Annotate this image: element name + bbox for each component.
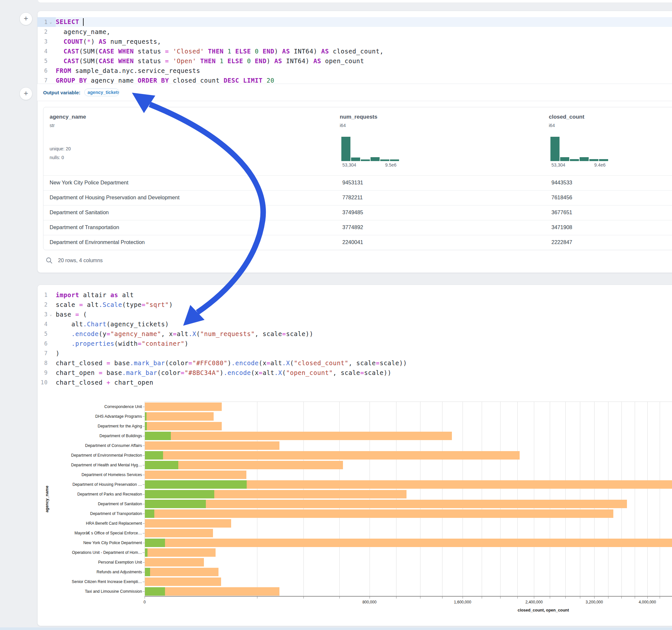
table-row[interactable]: Department of Housing Preservation and D…: [44, 190, 672, 205]
code-line[interactable]: 1⌄SELECT: [37, 17, 672, 27]
bar-closed: [145, 500, 627, 508]
code-line[interactable]: 5 CAST(SUM(CASE WHEN status = 'Open' THE…: [37, 56, 672, 66]
code-line[interactable]: 5 .encode(y="agency_name", x=alt.X("num_…: [37, 329, 672, 339]
x-axis-tick: [462, 597, 463, 599]
add-cell-button-output[interactable]: +: [20, 87, 32, 100]
y-axis-label: Senior Citizen Rent Increase Exempti…: [45, 577, 142, 587]
gridline: [369, 402, 370, 596]
gridline: [500, 402, 501, 596]
code-line[interactable]: 4 CAST(SUM(CASE WHEN status = 'Closed' T…: [37, 46, 672, 56]
y-axis-label: Department of Environmental Protection: [45, 451, 142, 460]
previous-cell-edge: [38, 0, 672, 3]
gridline: [594, 402, 595, 596]
search-icon[interactable]: [46, 257, 53, 264]
x-axis-tick: [647, 597, 648, 599]
code-line[interactable]: 4 alt.Chart(agency_tickets): [37, 319, 672, 329]
x-tick-label: 4,000,000: [628, 600, 667, 604]
output-variable-row: Output variable: agency_tickets: [37, 83, 672, 101]
x-tick-label: 1,600,000: [443, 600, 482, 604]
table-cell: Department of Sanitation: [50, 209, 109, 216]
code-line[interactable]: 2 agency_name,: [37, 27, 672, 37]
y-axis-label: Personal Exemption Unit: [45, 557, 142, 567]
y-axis-label: Department of Housing Preservation …: [45, 480, 142, 489]
column-histogram: [550, 137, 608, 161]
output-variable-pill[interactable]: agency_tickets: [84, 89, 119, 96]
code-line[interactable]: 9chart_open = base.mark_bar(color="#8BC3…: [37, 368, 672, 378]
histogram-bar: [390, 160, 399, 161]
bar-closed: [145, 451, 520, 460]
code-line[interactable]: 8chart_closed = base.mark_bar(color="#FF…: [37, 358, 672, 368]
line-gutter: 2: [37, 300, 56, 310]
bar-closed: [145, 548, 216, 557]
table-cell: New York City Police Department: [50, 179, 128, 186]
column-header[interactable]: agency_name: [50, 114, 86, 120]
table-row[interactable]: Department of Transportation377489234719…: [44, 220, 672, 235]
table-cell: 2222847: [551, 239, 572, 245]
table-cell: 9453131: [342, 179, 363, 186]
code-text: FROM sample_data.nyc.service_requests: [56, 67, 200, 74]
histogram-max-label: 9.4e6: [594, 162, 605, 168]
histogram-bar: [380, 160, 389, 161]
code-line[interactable]: 1import altair as alt: [37, 290, 672, 300]
bar-closed: [145, 519, 231, 528]
table-row[interactable]: New York City Police Department945313194…: [44, 175, 672, 191]
line-gutter: 4: [37, 46, 56, 56]
code-line[interactable]: 7): [37, 348, 672, 358]
line-gutter: 3: [37, 37, 56, 46]
table-row[interactable]: Department of Environmental Protection22…: [44, 235, 672, 250]
python-code-editor[interactable]: 1import altair as alt2scale = alt.Scale(…: [37, 285, 672, 387]
table-footer: 20 rows, 4 columns: [43, 257, 103, 264]
code-line[interactable]: 10chart_closed + chart_open: [37, 378, 672, 387]
y-axis-tick: [143, 553, 145, 553]
column-type: str: [50, 123, 55, 128]
gridline: [518, 402, 518, 596]
code-text: COUNT(*) AS num_requests,: [56, 38, 161, 45]
line-gutter: 9: [37, 368, 56, 378]
add-cell-button-top[interactable]: +: [20, 12, 32, 25]
x-axis-tick: [304, 597, 304, 599]
table-row-count: 20 rows, 4 columns: [58, 258, 103, 264]
fold-chevron-icon[interactable]: ⌄: [48, 20, 54, 24]
bar-closed: [145, 578, 221, 586]
code-line[interactable]: 6 .properties(width="container"): [37, 339, 672, 348]
code-line[interactable]: 6FROM sample_data.nyc.service_requests: [37, 66, 672, 75]
y-axis-tick: [143, 484, 145, 485]
gridline: [660, 402, 660, 596]
column-stat: nulls: 0: [50, 155, 64, 160]
table-cell: 3471908: [551, 224, 572, 231]
gridline: [482, 402, 482, 596]
y-axis-tick: [143, 504, 145, 504]
table-cell: Department of Environmental Protection: [50, 239, 145, 245]
sql-code-editor[interactable]: 1⌄SELECT 2 agency_name,3 COUNT(*) AS num…: [37, 11, 672, 83]
table-row[interactable]: Department of Sanitation37494853677651: [44, 205, 672, 220]
code-line[interactable]: 3 COUNT(*) AS num_requests,: [37, 37, 672, 46]
histogram-bar: [351, 158, 360, 161]
bar-open: [145, 412, 146, 421]
x-tick-label: 800,000: [350, 600, 389, 604]
line-number: 2: [37, 301, 48, 308]
x-axis-line: [145, 596, 672, 597]
fold-chevron-icon[interactable]: ⌄: [48, 312, 54, 317]
next-cell-edge: [0, 627, 672, 630]
gridline: [635, 402, 635, 596]
line-number: 4: [37, 48, 48, 54]
column-header[interactable]: num_requests: [340, 114, 377, 120]
code-line[interactable]: 3⌄base = (: [37, 310, 672, 319]
y-axis-tick: [143, 445, 145, 446]
code-text: import altair as alt: [56, 291, 134, 298]
bar-open: [145, 568, 150, 576]
gridline: [304, 402, 304, 596]
y-axis-tick: [143, 562, 145, 563]
bar-closed: [145, 403, 222, 411]
x-axis-tick: [257, 597, 257, 599]
code-text: .properties(width="container"): [56, 340, 188, 347]
result-table: agency_namestrunique: 20nulls: 0num_requ…: [43, 107, 672, 250]
x-axis-tick: [369, 597, 370, 599]
code-line[interactable]: 2scale = alt.Scale(type="sqrt"): [37, 300, 672, 310]
gridline: [580, 402, 580, 596]
y-axis-label: Operations Unit - Department of Hom…: [45, 548, 142, 557]
histogram-bar: [589, 159, 598, 161]
bar-open: [145, 548, 147, 557]
x-axis-tick: [594, 597, 595, 599]
column-header[interactable]: closed_count: [549, 114, 584, 120]
